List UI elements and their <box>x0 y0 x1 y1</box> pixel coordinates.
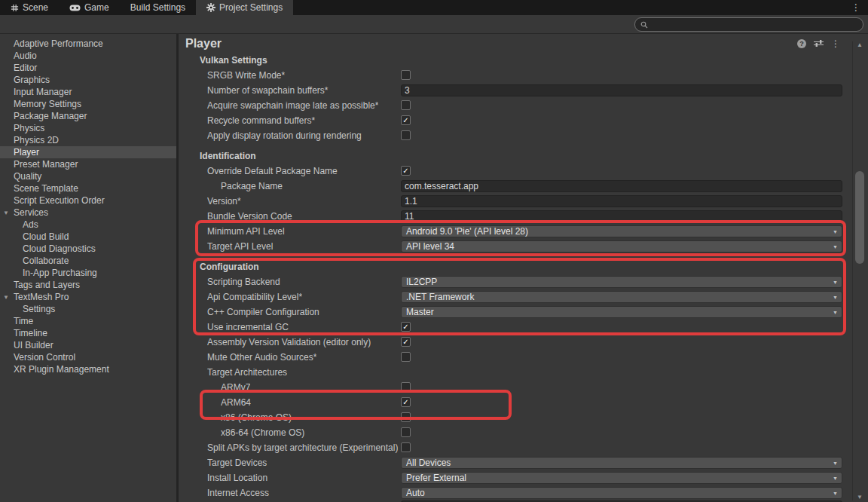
sidebar-item-memory-settings[interactable]: Memory Settings <box>0 98 176 110</box>
sidebar-item-collaborate[interactable]: Collaborate <box>0 255 176 267</box>
window-menu-icon[interactable]: ⋮ <box>851 2 860 14</box>
sidebar-item-cloud-diagnostics[interactable]: Cloud Diagnostics <box>0 243 176 255</box>
settings-row-install-location: Install LocationPrefer External▼ <box>179 470 851 485</box>
sidebar-item-scene-template[interactable]: Scene Template <box>0 182 176 194</box>
sidebar-item-adaptive-performance[interactable]: Adaptive Performance <box>0 38 176 50</box>
tab-scene[interactable]: Scene <box>0 0 59 15</box>
checkbox-srgb-write-mode[interactable] <box>401 70 411 80</box>
text-field-package-name[interactable]: com.tesseract.app <box>401 180 842 192</box>
checkbox-armv7[interactable] <box>401 382 411 392</box>
chevron-down-icon: ▼ <box>833 280 838 286</box>
scroll-up-icon[interactable]: ▲ <box>853 41 866 48</box>
settings-row-x86-64-chrome-os: x86-64 (Chrome OS) <box>179 425 851 440</box>
sidebar-item-label: Graphics <box>14 75 50 85</box>
row-label: Number of swapchain buffers* <box>207 85 329 96</box>
sidebar-item-tags-and-layers[interactable]: Tags and Layers <box>0 279 176 291</box>
menu-icon[interactable]: ⋮ <box>831 39 840 48</box>
sidebar-item-player[interactable]: Player <box>0 146 176 158</box>
sidebar-item-input-manager[interactable]: Input Manager <box>0 86 176 98</box>
sidebar-item-label: Editor <box>14 63 37 73</box>
sidebar-item-ui-builder[interactable]: UI Builder <box>0 339 176 351</box>
checkbox-split-apks-by-target-architecture-experimental[interactable] <box>401 442 411 452</box>
checkbox-arm64[interactable]: ✓ <box>401 397 411 407</box>
sidebar-item-graphics[interactable]: Graphics <box>0 74 176 86</box>
dropdown-minimum-api-level[interactable]: Android 9.0 'Pie' (API level 28)▼ <box>401 225 842 237</box>
checkbox-override-default-package-name[interactable]: ✓ <box>401 166 411 176</box>
sidebar-item-xr-plugin-management[interactable]: XR Plugin Management <box>0 363 176 375</box>
foldout-icon[interactable]: ▼ <box>3 292 9 304</box>
sidebar-item-physics-2d[interactable]: Physics 2D <box>0 134 176 146</box>
tab-build-settings[interactable]: Build Settings <box>120 0 196 15</box>
dropdown-value: .NET Framework <box>406 292 474 302</box>
tab-label: Build Settings <box>130 2 185 13</box>
sidebar-item-label: TextMesh Pro <box>14 292 69 302</box>
settings-row-use-incremental-gc: Use incremental GC✓ <box>179 320 851 335</box>
sidebar-item-quality[interactable]: Quality <box>0 170 176 182</box>
help-icon[interactable]: ? <box>797 39 806 48</box>
sidebar-item-audio[interactable]: Audio <box>0 50 176 62</box>
dropdown-api-compatibility-level[interactable]: .NET Framework▼ <box>401 291 842 303</box>
row-label: Apply display rotation during rendering <box>207 130 362 141</box>
checkbox-use-incremental-gc[interactable]: ✓ <box>401 322 411 332</box>
text-field-bundle-version-code[interactable]: 11 <box>401 210 842 222</box>
sidebar-item-label: Audio <box>14 51 37 61</box>
checkbox-mute-other-audio-sources[interactable] <box>401 352 411 362</box>
settings-row-x86-chrome-os: x86 (Chrome OS) <box>179 410 851 425</box>
chevron-down-icon: ▼ <box>833 229 838 235</box>
checkbox-x86-chrome-os[interactable] <box>401 412 411 422</box>
sidebar-item-version-control[interactable]: Version Control <box>0 351 176 363</box>
sidebar-item-label: Physics 2D <box>14 135 59 145</box>
scrollbar[interactable]: ▲ ▼ <box>852 41 866 500</box>
sidebar-item-in-app-purchasing[interactable]: In-App Purchasing <box>0 267 176 279</box>
dropdown-internet-access[interactable]: Auto▼ <box>401 487 842 499</box>
sidebar-item-cloud-build[interactable]: Cloud Build <box>0 231 176 243</box>
settings-row-apply-display-rotation-during-rendering: Apply display rotation during rendering <box>179 128 851 143</box>
sidebar-item-label: Time <box>14 316 33 326</box>
scrollbar-thumb[interactable] <box>855 171 864 264</box>
sidebar-item-label: Preset Manager <box>14 159 78 170</box>
sidebar-item-timeline[interactable]: Timeline <box>0 327 176 339</box>
row-label: Assembly Version Validation (editor only… <box>207 337 371 347</box>
checkbox-recycle-command-buffers[interactable]: ✓ <box>401 115 411 125</box>
row-label: Internet Access <box>207 488 269 498</box>
dropdown-c-compiler-configuration[interactable]: Master▼ <box>401 306 842 318</box>
sidebar-item-services[interactable]: ▼Services <box>0 207 176 219</box>
dropdown-value: Prefer External <box>406 473 466 483</box>
sidebar-item-label: Version Control <box>14 352 75 363</box>
sidebar-item-label: Physics <box>14 123 44 133</box>
sidebar-item-label: Player <box>14 147 39 158</box>
search-box[interactable] <box>634 17 863 32</box>
sidebar-item-script-execution-order[interactable]: Script Execution Order <box>0 194 176 207</box>
sidebar-item-settings[interactable]: Settings <box>0 303 176 315</box>
search-input[interactable] <box>651 20 857 30</box>
checkbox-x86-64-chrome-os[interactable] <box>401 427 411 437</box>
row-label: Package Name <box>221 181 283 191</box>
panel-header: Player ?⋮ <box>179 34 868 53</box>
sidebar-item-package-manager[interactable]: Package Manager <box>0 110 176 122</box>
dropdown-install-location[interactable]: Prefer External▼ <box>401 472 842 484</box>
checkbox-assembly-version-validation-editor-only[interactable]: ✓ <box>401 337 411 347</box>
sidebar-item-preset-manager[interactable]: Preset Manager <box>0 158 176 170</box>
sidebar-item-editor[interactable]: Editor <box>0 62 176 74</box>
row-label: Install Location <box>207 473 267 483</box>
sidebar-item-ads[interactable]: Ads <box>0 219 176 231</box>
dropdown-target-api-level[interactable]: API level 34▼ <box>401 240 842 253</box>
sidebar-item-textmesh-pro[interactable]: ▼TextMesh Pro <box>0 291 176 303</box>
checkbox-apply-display-rotation-during-rendering[interactable] <box>401 130 411 140</box>
text-field-version[interactable]: 1.1 <box>401 195 842 207</box>
tab-project-settings[interactable]: Project Settings <box>196 0 293 15</box>
settings-rows: Vulkan SettingsSRGB Write Mode*Number of… <box>179 53 851 502</box>
dropdown-scripting-backend[interactable]: IL2CPP▼ <box>401 276 842 288</box>
dropdown-target-devices[interactable]: All Devices▼ <box>401 457 842 469</box>
tab-game[interactable]: Game <box>59 0 120 15</box>
sidebar-item-physics[interactable]: Physics <box>0 122 176 134</box>
presets-icon[interactable] <box>814 39 824 47</box>
foldout-icon[interactable]: ▼ <box>3 207 9 219</box>
text-field-number-of-swapchain-buffers[interactable]: 3 <box>401 84 842 96</box>
sidebar-item-time[interactable]: Time <box>0 315 176 327</box>
checkbox-acquire-swapchain-image-late-as-possible[interactable] <box>401 100 411 110</box>
row-label: ARMv7 <box>221 382 250 393</box>
scroll-down-icon[interactable]: ▼ <box>853 494 866 500</box>
sidebar-item-label: Scene Template <box>14 183 78 194</box>
row-label: Api Compatibility Level* <box>207 292 302 302</box>
